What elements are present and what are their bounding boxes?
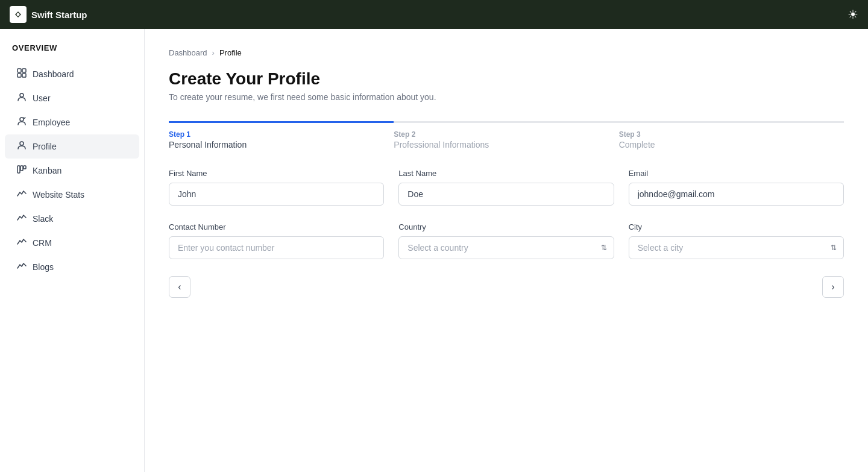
- step-1-label: Personal Information: [169, 140, 394, 149]
- city-label: City: [629, 222, 844, 231]
- sidebar-item-dashboard[interactable]: Dashboard: [5, 62, 139, 86]
- step-2-label: Professional Informations: [394, 140, 618, 149]
- main-content: Dashboard › Profile Create Your Profile …: [145, 29, 868, 472]
- last-name-group: Last Name: [398, 169, 614, 206]
- kanban-icon: [17, 165, 27, 177]
- profile-icon: [17, 140, 27, 153]
- main-layout: Overview Dashboard User Employee Profile: [0, 29, 868, 472]
- breadcrumb-chevron-icon: ›: [212, 48, 215, 57]
- sidebar-item-slack-label: Slack: [33, 214, 53, 224]
- email-label: Email: [629, 169, 844, 178]
- svg-rect-3: [17, 74, 21, 77]
- city-select-wrapper: Select a city New York London Toronto Sy…: [629, 236, 844, 259]
- svg-point-5: [20, 93, 24, 97]
- user-icon: [17, 92, 27, 104]
- form-row-2: Contact Number Country Select a country …: [169, 222, 844, 259]
- sidebar-item-kanban-label: Kanban: [33, 166, 61, 175]
- step-3-bar: [619, 121, 844, 123]
- step-3: Step 3 Complete: [619, 121, 844, 149]
- employee-icon: [17, 116, 27, 128]
- contact-number-group: Contact Number: [169, 222, 384, 259]
- last-name-input[interactable]: [398, 183, 614, 206]
- app-logo: Swift Startup: [10, 6, 87, 23]
- step-2: Step 2 Professional Informations: [394, 121, 618, 149]
- last-name-label: Last Name: [398, 169, 614, 178]
- country-label: Country: [398, 222, 614, 231]
- svg-rect-1: [17, 69, 21, 72]
- email-input[interactable]: [629, 183, 844, 206]
- prev-button[interactable]: ‹: [169, 276, 190, 298]
- first-name-label: First Name: [169, 169, 384, 178]
- step-2-bar: [394, 121, 618, 123]
- svg-point-7: [20, 142, 24, 145]
- form-row-1: First Name Last Name Email: [169, 169, 844, 206]
- contact-number-label: Contact Number: [169, 222, 384, 231]
- step-1-number: Step 1: [169, 130, 394, 139]
- step-2-number: Step 2: [394, 130, 618, 139]
- sidebar-item-blogs-label: Blogs: [33, 262, 54, 272]
- top-navigation: Swift Startup ☀: [0, 0, 868, 29]
- first-name-group: First Name: [169, 169, 384, 206]
- dashboard-icon: [17, 68, 27, 80]
- sidebar-item-user[interactable]: User: [5, 86, 139, 110]
- blogs-icon: [17, 261, 27, 273]
- svg-rect-10: [24, 166, 26, 169]
- svg-rect-9: [20, 166, 23, 171]
- page-subtitle: To create your resume, we first need som…: [169, 92, 844, 102]
- country-select[interactable]: Select a country United States United Ki…: [398, 236, 614, 259]
- sidebar-overview-label: Overview: [0, 43, 144, 62]
- breadcrumb-parent[interactable]: Dashboard: [169, 48, 207, 57]
- svg-rect-2: [22, 69, 26, 72]
- contact-number-input[interactable]: [169, 236, 384, 259]
- city-select[interactable]: Select a city New York London Toronto Sy…: [629, 236, 844, 259]
- sidebar-item-profile-label: Profile: [33, 142, 57, 151]
- svg-rect-8: [17, 166, 20, 173]
- logo-icon: [10, 6, 27, 23]
- step-3-label: Complete: [619, 140, 844, 149]
- step-1-bar: [169, 121, 394, 123]
- slack-icon: [17, 213, 27, 225]
- next-button[interactable]: ›: [822, 276, 844, 298]
- sidebar-item-slack[interactable]: Slack: [5, 207, 139, 231]
- sidebar-item-website-stats[interactable]: Website Stats: [5, 183, 139, 207]
- country-select-wrapper: Select a country United States United Ki…: [398, 236, 614, 259]
- breadcrumb: Dashboard › Profile: [169, 48, 844, 57]
- sidebar-item-crm-label: CRM: [33, 238, 52, 248]
- city-group: City Select a city New York London Toron…: [629, 222, 844, 259]
- country-group: Country Select a country United States U…: [398, 222, 614, 259]
- sidebar-item-blogs[interactable]: Blogs: [5, 255, 139, 279]
- svg-point-0: [17, 13, 20, 16]
- app-name: Swift Startup: [31, 10, 87, 20]
- sidebar-item-crm[interactable]: CRM: [5, 231, 139, 255]
- sidebar-item-kanban[interactable]: Kanban: [5, 159, 139, 183]
- sidebar-item-dashboard-label: Dashboard: [33, 69, 74, 79]
- sidebar-item-profile[interactable]: Profile: [5, 134, 139, 159]
- page-title: Create Your Profile: [169, 69, 844, 89]
- step-3-number: Step 3: [619, 130, 844, 139]
- website-stats-icon: [17, 189, 27, 201]
- sidebar-item-website-stats-label: Website Stats: [33, 190, 84, 200]
- email-group: Email: [629, 169, 844, 206]
- sidebar-item-employee[interactable]: Employee: [5, 110, 139, 134]
- svg-point-6: [20, 118, 24, 121]
- sidebar-item-employee-label: Employee: [33, 118, 70, 127]
- breadcrumb-current: Profile: [219, 48, 242, 57]
- sidebar: Overview Dashboard User Employee Profile: [0, 29, 145, 472]
- nav-buttons: ‹ ›: [169, 276, 844, 298]
- svg-rect-4: [22, 74, 26, 77]
- first-name-input[interactable]: [169, 183, 384, 206]
- stepper: Step 1 Personal Information Step 2 Profe…: [169, 121, 844, 149]
- theme-toggle-icon[interactable]: ☀: [848, 7, 858, 22]
- sidebar-item-user-label: User: [33, 93, 51, 103]
- step-1: Step 1 Personal Information: [169, 121, 394, 149]
- crm-icon: [17, 237, 27, 249]
